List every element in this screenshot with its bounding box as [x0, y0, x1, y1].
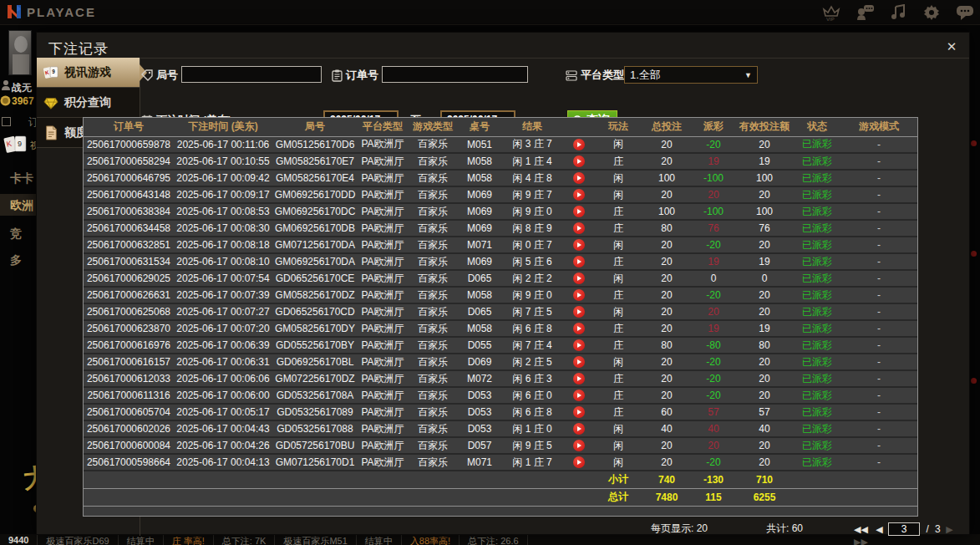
empty-cell: [840, 488, 917, 506]
cell-valid_bet: 80: [735, 337, 794, 354]
cell-time: 2025-06-17 00:08:18: [174, 237, 272, 253]
cell-total_bet: 20: [642, 437, 692, 454]
cell-mode: -: [840, 136, 917, 153]
replay-video-icon[interactable]: [573, 306, 585, 318]
cell-order: 250617000632851: [84, 237, 174, 253]
cell-order: 250617000659878: [84, 136, 174, 153]
replay-video-icon[interactable]: [573, 406, 585, 418]
notification-dot: [971, 378, 977, 384]
cell-status: 已派彩: [794, 237, 840, 253]
cell-time: 2025-06-17 00:04:13: [174, 454, 272, 471]
ticker-segment: 极速百家乐M51: [275, 534, 356, 545]
round-input[interactable]: [181, 66, 322, 83]
brand-name: PLAYACE: [27, 5, 96, 19]
platform-type-select[interactable]: 1.全部▼: [624, 66, 758, 84]
chat-bubble-icon[interactable]: [955, 3, 975, 23]
cell-payout: -20: [692, 287, 735, 303]
cell-table: D065: [458, 270, 501, 287]
replay-video-icon[interactable]: [573, 222, 585, 234]
notification-dot: [971, 140, 977, 146]
cell-order: 250617000629025: [84, 270, 174, 287]
cell-order: 250617000626631: [84, 287, 174, 303]
support-chat-icon[interactable]: [855, 3, 875, 23]
cell-status: 已派彩: [794, 287, 840, 303]
table-row: 2506170006266312025-06-17 00:07:39GM0582…: [84, 287, 917, 303]
sidebar-tab-1[interactable]: 积分查询: [37, 88, 140, 118]
clipboard-icon: [332, 69, 343, 82]
first-page-button[interactable]: ◀◀: [854, 524, 868, 535]
prev-page-button[interactable]: ◀: [876, 524, 882, 535]
order-input[interactable]: [382, 66, 528, 83]
replay-video-icon[interactable]: [573, 373, 585, 385]
bg-menu-item[interactable]: 多: [0, 249, 37, 271]
cell-valid_bet: 20: [735, 387, 794, 404]
replay-video-icon[interactable]: [573, 172, 585, 184]
cell-result: 闲 7 庄 5: [501, 303, 563, 320]
cell-bet_on: 庄: [595, 370, 642, 387]
table-header-row: 订单号下注时间 (美东)局号平台类型游戏类型桌号结果玩法总投注派彩有效投注额状态…: [84, 118, 917, 136]
sidebar-tab-0[interactable]: K9视讯游戏: [37, 58, 140, 88]
cell-game: 百家乐: [408, 420, 458, 437]
cell-round: GM069256170DC: [272, 203, 358, 220]
cell-payout: -80: [692, 337, 735, 354]
cell-game: 百家乐: [408, 454, 458, 471]
replay-video-icon[interactable]: [573, 239, 585, 251]
page-number-input[interactable]: [888, 522, 920, 536]
vip-crown-icon[interactable]: VIP: [821, 3, 841, 23]
cell-valid_bet: 19: [735, 253, 794, 270]
replay-video-icon[interactable]: [573, 356, 585, 368]
cell-valid_bet: 20: [735, 186, 794, 203]
table-row: 2506170006120332025-06-17 00:06:06GM0722…: [84, 370, 917, 387]
replay-video-icon[interactable]: [573, 256, 585, 267]
replay-video-icon[interactable]: [573, 390, 585, 401]
bg-menu-item[interactable]: 卡卡: [0, 167, 37, 189]
replay-video-icon[interactable]: [573, 189, 585, 201]
replay-video-icon[interactable]: [573, 155, 585, 167]
close-icon[interactable]: ✕: [944, 39, 959, 54]
replay-video-icon[interactable]: [573, 139, 585, 150]
ticker-segment: 总下注: 7K: [214, 534, 276, 545]
cell-round: GD065256170CE: [272, 270, 358, 287]
cell-bet_on: 闲: [595, 303, 642, 320]
cell-bet_on: 庄: [595, 153, 642, 170]
cell-result: 闲 3 庄 7: [501, 136, 563, 153]
cell-time: 2025-06-17 00:05:17: [174, 404, 272, 420]
cell-mode: -: [840, 153, 917, 170]
replay-video-icon[interactable]: [573, 272, 585, 284]
music-icon[interactable]: [888, 3, 908, 23]
table-row: 2506170006290252025-06-17 00:07:54GD0652…: [84, 270, 917, 287]
cell-valid_bet: 20: [735, 354, 794, 370]
replay-video-icon[interactable]: [573, 440, 585, 451]
cell-time: 2025-06-17 00:04:43: [174, 420, 272, 437]
last-page-button[interactable]: ▶▶: [854, 537, 868, 545]
cell-status: 已派彩: [794, 253, 840, 270]
cell-valid_bet: 0: [735, 270, 794, 287]
next-page-button[interactable]: ▶: [946, 524, 952, 535]
cell-valid_bet: 40: [735, 420, 794, 437]
cell-valid_bet: 20: [735, 370, 794, 387]
cell-game: 百家乐: [408, 437, 458, 454]
cell-round: GD05325617088: [272, 420, 358, 437]
cell-time: 2025-06-17 00:06:06: [174, 370, 272, 387]
sum-payout: 115: [692, 488, 735, 506]
replay-video-icon[interactable]: [573, 423, 585, 435]
replay-video-icon[interactable]: [573, 289, 585, 301]
cell-total_bet: 100: [642, 170, 692, 186]
column-header: 总投注: [642, 118, 692, 136]
bg-menu-item[interactable]: 竞: [0, 222, 37, 244]
cell-bet_on: 庄: [595, 404, 642, 420]
replay-video-icon[interactable]: [573, 206, 585, 217]
table-row: 2506170006113162025-06-17 00:06:00GD0532…: [84, 387, 917, 404]
replay-video-icon[interactable]: [573, 323, 585, 334]
cell-status: 已派彩: [794, 153, 840, 170]
replay-video-icon[interactable]: [573, 456, 585, 468]
cell-mode: -: [840, 454, 917, 471]
replay-video-icon[interactable]: [573, 339, 585, 351]
cell-status: 已派彩: [794, 203, 840, 220]
bg-menu-item[interactable]: 欧洲: [0, 194, 37, 216]
cell-order: 250617000634458: [84, 220, 174, 237]
mini-cards-icon: K9: [3, 134, 28, 155]
brand-logo[interactable]: PLAYACE: [7, 3, 96, 20]
dialog-title: 下注记录: [48, 39, 109, 59]
settings-gear-icon[interactable]: [922, 3, 942, 23]
